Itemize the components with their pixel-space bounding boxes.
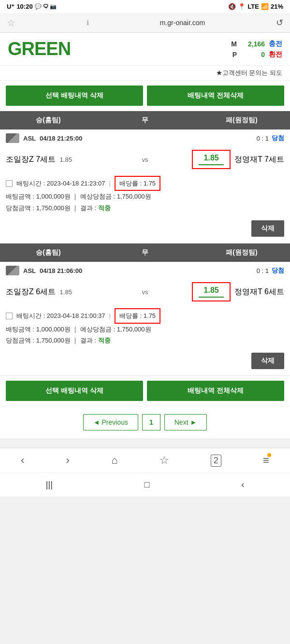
away-section-1: 1.85 정영재T 7세트 [152,150,285,169]
col1-label: 승(홈팀) [0,111,97,129]
match-score-1: 0 : 1 [257,135,269,142]
pagination: ◄ Previous 1 Next ► [0,406,290,438]
vs-label-1: vs [142,156,148,163]
bet-selection-row-2: 조일장Z 6세트 1.85 vs 1.85 정영재T 6세트 [0,279,290,304]
android-home-button[interactable]: □ [135,478,160,492]
bet-match-header-2: ASL 04/18 21:06:00 0 : 1 당첨 [0,262,290,279]
home-button[interactable]: ⌂ [111,454,117,467]
home-team-name-1: 조일장Z 7세트 [6,155,56,163]
home-odds-1: 1.85 [60,156,72,163]
signal-bars: 📶 [261,3,269,10]
table-header-2: 승(홈팀) 무 패(원정팀) [0,243,290,262]
refresh-icon[interactable]: ↺ [276,17,283,28]
notice-bar: ★고객센터 문의는 되도 [0,66,290,81]
delete-bet-2-button[interactable]: 삭제 [251,353,284,369]
info-icon[interactable]: ℹ [87,19,89,27]
back-button[interactable]: ‹ [21,454,24,467]
url-label[interactable]: m.gr-onair.com [160,19,205,27]
match-status-2: 당첨 [272,266,284,275]
p-value: 0 [241,51,265,58]
status-bar: U⁺ 10:20 💬 🗨 📷 🔇 📍 LTE 📶 21% [0,0,290,13]
payout-rate-box-2: 배당률 : 1.75 [115,308,160,323]
android-back-button[interactable]: ‹ [232,478,254,492]
location-icon: 📍 [238,3,246,10]
mute-icon: 🔇 [228,3,236,10]
next-button[interactable]: Next ► [164,414,207,430]
match-datetime-2: 04/18 21:06:00 [40,267,82,274]
table-header-1: 승(홈팀) 무 패(원정팀) [0,111,290,129]
top-action-buttons: 선택 배팅내역 삭제 배팅내역 전체삭제 [0,81,290,111]
forward-button[interactable]: › [66,454,70,467]
signal-label: LTE [247,3,259,10]
bet-amount-row-1: 배팅금액 : 1,000,000원 ｜ 예상당첨금 : 1,750,000원 [6,191,284,202]
browser-bar: ☆ ℹ m.gr-onair.com ↺ [0,13,290,33]
bet-footer-2: 삭제 [0,350,290,375]
match-right-1: 0 : 1 당첨 [257,134,284,143]
delete-all-button-bottom[interactable]: 배팅내역 전체삭제 [147,381,284,401]
status-right: 🔇 📍 LTE 📶 21% [228,3,283,10]
result-value-2: 적중 [98,337,111,344]
match-icon-1 [6,133,19,143]
menu-button[interactable]: ≡ [263,454,269,467]
delete-selected-button-bottom[interactable]: 선택 배팅내역 삭제 [6,381,143,401]
mp-row-1: M 2,166 충전 [231,40,282,48]
winning-row-2: 당첨금액 : 1,750,000원 ｜ 결과 : 적중 [6,335,284,346]
away-team-name-2: 정영재T 6세트 [234,287,284,297]
delete-bet-1-button[interactable]: 삭제 [251,220,284,237]
col1-label-2: 승(홈팀) [0,243,97,262]
delete-all-button-top[interactable]: 배팅내역 전체삭제 [147,86,284,106]
time-label: 10:20 [16,3,32,10]
match-icon-2 [6,266,19,275]
bet-details-1: 배팅시간 : 2023-04-18 21:23:07 | 배당률 : 1.75 … [0,172,290,217]
col3-label-2: 패(원정팀) [193,243,290,262]
match-left-1: ASL 04/18 21:25:00 [6,133,82,143]
header: GREEN M 2,166 충전 P 0 환전 [0,33,290,66]
home-team-2: 조일장Z 6세트 1.85 [6,287,138,297]
bet-details-2: 배팅시간 : 2023-04-18 21:00:37 | 배당률 : 1.75 … [0,304,290,350]
match-league-1: ASL [23,135,36,142]
bookmark-button[interactable]: ☆ [160,454,169,467]
bottom-action-buttons: 선택 배팅내역 삭제 배팅내역 전체삭제 [0,376,290,406]
match-datetime-1: 04/18 21:25:00 [40,135,82,142]
winning-row-1: 당첨금액 : 1,750,000원 ｜ 결과 : 적중 [6,202,284,214]
match-score-2: 0 : 1 [257,267,269,274]
checkbox-1[interactable] [6,180,13,187]
col3-label: 패(원정팀) [193,111,290,129]
exchange-button[interactable]: 환전 [269,50,282,59]
star-icon[interactable]: ☆ [7,17,15,29]
previous-button[interactable]: ◄ Previous [83,414,138,430]
checkbox-2[interactable] [6,313,13,319]
bet-time-row-2: 배팅시간 : 2023-04-18 21:00:37 | 배당률 : 1.75 [6,308,284,323]
main-content: GREEN M 2,166 충전 P 0 환전 ★고객센터 문의는 되도 선택 … [0,33,290,438]
chat-icons: 💬 🗨 📷 [35,3,57,10]
bet-selection-row-1: 조일장Z 7세트 1.85 vs 1.85 정영재T 7세트 [0,147,290,172]
match-league-2: ASL [23,267,36,274]
selected-odds-value-1: 1.85 [199,154,224,162]
status-left: U⁺ 10:20 💬 🗨 📷 [7,3,57,10]
mp-row-2: P 0 환전 [232,50,282,59]
bet-card-1: ASL 04/18 21:25:00 0 : 1 당첨 조일장Z 7세트 1.8… [0,129,290,243]
away-team-name-1: 정영재T 7세트 [234,155,284,165]
delete-selected-button-top[interactable]: 선택 배팅내역 삭제 [6,86,143,106]
away-section-2: 1.85 정영재T 6세트 [152,282,285,301]
divider-2: | [109,310,111,321]
android-nav-bar: ||| □ ‹ [0,472,290,497]
m-value: 2,166 [241,40,265,48]
charge-button[interactable]: 충전 [269,40,282,48]
battery-label: 21% [271,3,283,10]
result-value-1: 적중 [98,204,111,212]
android-recent-button[interactable]: ||| [36,478,62,492]
bet-time-row-1: 배팅시간 : 2023-04-18 21:23:07 | 배당률 : 1.75 [6,176,284,191]
m-label: M [231,40,237,48]
selected-odds-value-2: 1.85 [199,286,224,295]
selected-odds-box-2: 1.85 [192,282,231,301]
match-status-1: 당첨 [272,134,284,143]
bet-time-label-2: 배팅시간 : 2023-04-18 21:00:37 [16,310,105,321]
bet-amount-row-2: 배팅금액 : 1,000,000원 ｜ 예상당첨금 : 1,750,000원 [6,324,284,335]
match-left-2: ASL 04/18 21:06:00 [6,266,82,275]
bet-match-header-1: ASL 04/18 21:25:00 0 : 1 당첨 [0,129,290,147]
bet-footer-1: 삭제 [0,217,290,243]
tabs-button[interactable]: 2 [211,455,221,467]
home-team-name-2: 조일장Z 6세트 [6,287,56,296]
home-odds-2: 1.85 [60,288,72,296]
